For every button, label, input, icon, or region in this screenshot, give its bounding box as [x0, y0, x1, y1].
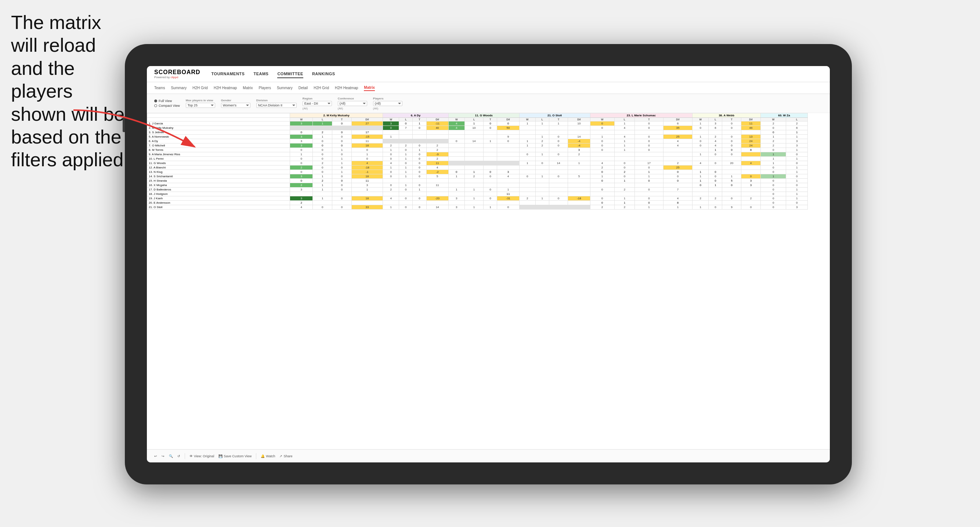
col-w4: W: [519, 118, 535, 121]
table-row: 15. H Stranda 02011 0100 1053 01: [147, 179, 808, 183]
conference-label: Conference: [338, 97, 367, 100]
col-w3: W: [448, 118, 465, 121]
player-name: 9. A Maria Jimenez Rios: [147, 152, 290, 157]
matrix-content: 2. M Kelly Mulcahy 6. A Dy 11. G Woods 2…: [147, 113, 830, 449]
nav-bar: SCOREBOARD Powered by clippd TOURNAMENTS…: [147, 66, 830, 82]
col-l5: L: [614, 118, 635, 121]
table-row: 1. J Garcia 31027 301-11 4100 11110 0106…: [147, 121, 808, 126]
table-row: 19. J Kanh 31018 400-20 310-31 210-18 01…: [147, 196, 808, 201]
col-w1: W: [290, 118, 313, 121]
share-button[interactable]: ↗ Share: [279, 454, 292, 458]
max-players-label: Max players in view: [186, 99, 215, 102]
col-t3: T: [484, 118, 497, 121]
gender-select[interactable]: Women's: [221, 103, 250, 108]
save-custom-button[interactable]: 💾 Save Custom View: [218, 454, 251, 458]
redo-button[interactable]: ↪: [162, 454, 164, 458]
col-dif2: Dif: [426, 118, 448, 121]
player-name: 15. H Stranda: [147, 179, 290, 183]
col-header-woods: 11. G Woods: [448, 113, 519, 118]
col-t2: T: [413, 118, 426, 121]
table-row: 12. A Bianchi 200-18 1104 20025 01: [147, 165, 808, 170]
nav-committee[interactable]: COMMITTEE: [277, 70, 303, 78]
players-select[interactable]: (All): [373, 101, 402, 106]
subnav-matrix2[interactable]: Matrix: [364, 85, 374, 91]
player-name: 19. J Kanh: [147, 196, 290, 201]
table-row: 8. M Torres 0010 1012 3 010 108 01: [147, 148, 808, 152]
col-dif4: Dif: [568, 118, 590, 121]
watch-label: Watch: [266, 454, 275, 458]
division-select[interactable]: NCAA Division II: [256, 103, 297, 108]
watch-icon: 🔔: [261, 454, 265, 458]
nav-teams[interactable]: TEAMS: [253, 70, 269, 78]
toolbar-divider: [185, 453, 185, 459]
subnav-matrix[interactable]: Matrix: [243, 85, 253, 90]
zoom-out-button[interactable]: 🔍: [169, 454, 173, 458]
player-name: 7. O Mitchell: [147, 143, 290, 148]
annotation-text: The matrix will reload and the players s…: [11, 11, 132, 171]
gender-filter: Gender Women's: [221, 99, 250, 108]
conference-select[interactable]: (All): [338, 101, 367, 106]
table-row: 11. G Woods 0214 40011 10141 40172 40204…: [147, 161, 808, 165]
table-row: 5. A Nomrowski 310-15 1 9 1014 14025 120…: [147, 135, 808, 139]
player-name: 12. A Bianchi: [147, 165, 290, 170]
tablet-frame: SCOREBOARD Powered by clippd TOURNAMENTS…: [125, 44, 852, 484]
matrix-scroll[interactable]: 2. M Kelly Mulcahy 6. A Dy 11. G Woods 2…: [147, 113, 830, 449]
subnav-h2h-heatmap2[interactable]: H2H Heatmap: [335, 85, 358, 90]
player-name: 3. S Jelinek: [147, 130, 290, 135]
compact-view-option[interactable]: Compact View: [154, 104, 180, 108]
full-view-label: Full View: [159, 99, 172, 103]
player-name: 1. J Garcia: [147, 121, 290, 126]
col-header-stoll: 21. O Stoll: [519, 113, 590, 118]
refresh-button[interactable]: ↺: [177, 454, 180, 458]
players-filter: Players (All) (All): [373, 97, 402, 110]
subnav-players[interactable]: Players: [259, 85, 271, 90]
subnav-summary[interactable]: Summary: [171, 85, 186, 90]
col-t4: T: [549, 118, 568, 121]
table-row: 3. S Jelinek 02017 01: [147, 130, 808, 135]
subnav-h2h-grid2[interactable]: H2H Grid: [313, 85, 329, 90]
table-row: 21. O Stoll 40033 10014 3110 2211 1090 0…: [147, 205, 808, 210]
max-players-select[interactable]: Top 25: [186, 103, 215, 108]
nav-rankings[interactable]: RANKINGS: [312, 70, 335, 78]
compact-view-label: Compact View: [159, 104, 180, 108]
col-dif1: Dif: [352, 118, 383, 121]
player-name: 11. G Woods: [147, 161, 290, 165]
col-l7: L: [786, 118, 808, 121]
subnav-h2h-heatmap[interactable]: H2H Heatmap: [214, 85, 237, 90]
col-subheader-name: [147, 118, 290, 121]
conference-filter: Conference (All) (All): [338, 97, 367, 110]
col-l3: L: [465, 118, 484, 121]
nav-tournaments[interactable]: TOURNAMENTS: [212, 70, 245, 78]
sub-nav: Teams Summary H2H Grid H2H Heatmap Matri…: [147, 82, 830, 94]
col-dif3: Dif: [497, 118, 519, 121]
player-name: 8. M Torres: [147, 148, 290, 152]
undo-button[interactable]: ↩: [154, 454, 157, 458]
subnav-h2h-grid[interactable]: H2H Grid: [192, 85, 208, 90]
watch-button[interactable]: 🔔 Watch: [261, 454, 275, 458]
table-row: 7. O Mitchell 30018 2202 120-4 0104 0402…: [147, 143, 808, 148]
full-view-option[interactable]: Full View: [154, 99, 180, 103]
subnav-detail[interactable]: Detail: [299, 85, 308, 90]
table-row: 13. N Klug 001-1 010-2 0103 0210 10 01: [147, 170, 808, 174]
logo-title: SCOREBOARD: [154, 69, 200, 76]
logo-subtitle: Powered by clippd: [154, 76, 200, 79]
subnav-teams[interactable]: Teams: [154, 85, 165, 90]
view-original-button[interactable]: 👁 View: Original: [189, 454, 214, 458]
save-icon: 💾: [218, 454, 223, 458]
col-header-name: [147, 113, 290, 118]
full-view-radio: [154, 100, 157, 102]
table-row: 17. D Ballesteros 3101 201 1101 0207 01: [147, 187, 808, 192]
players-label: Players: [373, 97, 402, 100]
table-row: 6. A Dy 30011 01410 120-4 0104 04024 23: [147, 139, 808, 143]
table-row: 16. X Mcgaha 2103 01011 0103 00: [147, 183, 808, 187]
division-filter: Division NCAA Division II: [256, 99, 297, 108]
division-label: Division: [256, 99, 297, 102]
col-l4: L: [535, 118, 549, 121]
subnav-summary2[interactable]: Summary: [277, 85, 293, 90]
table-row: 9. A Maria Jimenez Rios 1001 010-9 0102 …: [147, 152, 808, 157]
region-select[interactable]: East - DII: [302, 101, 332, 106]
view-toggle: Full View Compact View: [154, 99, 180, 108]
player-name: 2. M Kelly Mulcahy: [147, 126, 290, 130]
player-name: 18. J Hodgson: [147, 192, 290, 196]
col-dif6: Dif: [741, 118, 760, 121]
